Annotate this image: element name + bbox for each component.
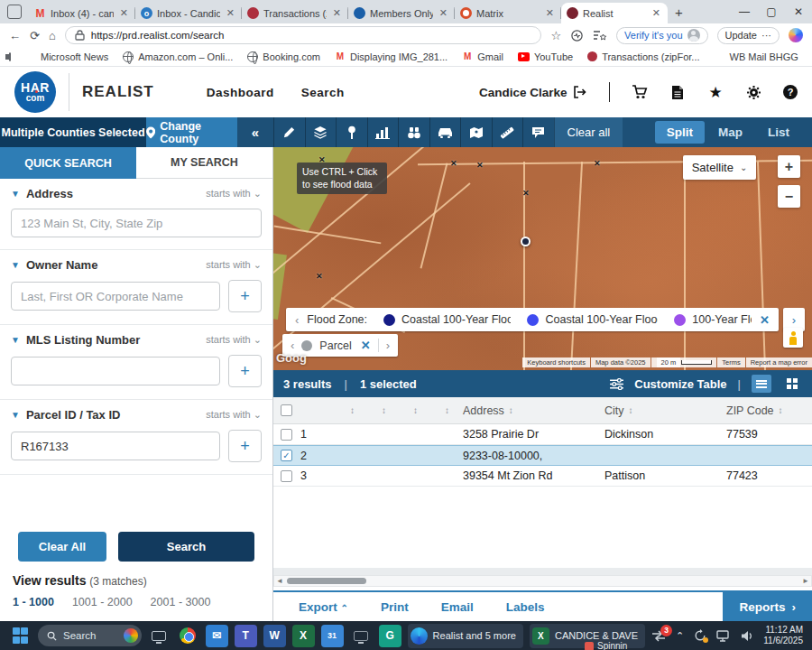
sort-column[interactable]: ↕ [337, 405, 368, 415]
refresh-icon[interactable]: ⟳ [30, 29, 40, 42]
owner-name-input[interactable] [11, 282, 220, 311]
cart-icon[interactable] [632, 84, 648, 100]
taskbar-search[interactable]: Search [38, 625, 142, 646]
back-icon[interactable]: ← [9, 29, 21, 42]
customize-sliders-icon[interactable] [610, 378, 623, 390]
drive-time-tool-icon[interactable] [429, 117, 461, 147]
ruler-tool-icon[interactable] [492, 117, 523, 147]
row-checkbox-checked[interactable]: ✓ [281, 450, 292, 461]
window-minimize-button[interactable]: — [731, 5, 758, 18]
view-map-button[interactable]: Map [706, 121, 754, 144]
logout-icon[interactable] [573, 86, 587, 98]
taskbar-teams-icon[interactable]: T [235, 625, 257, 647]
page-range-2[interactable]: 1001 - 2000 [72, 596, 133, 608]
tray-app-icon[interactable]: 3 [651, 630, 666, 642]
pegman-icon[interactable] [783, 328, 803, 348]
row-checkbox[interactable] [281, 429, 292, 441]
bookmark-item[interactable]: Booking.com [247, 51, 320, 62]
operator-dropdown[interactable]: starts with ⌄ [206, 188, 262, 200]
browser-essentials-icon[interactable] [570, 29, 584, 42]
more-menu-icon[interactable]: ··· [761, 30, 771, 41]
parcel-next-icon[interactable]: › [386, 339, 390, 352]
browser-tab[interactable]: Matrix ✕ [455, 3, 561, 23]
browser-tab-active[interactable]: Realist ✕ [561, 3, 668, 23]
legend-close-icon[interactable]: ✕ [760, 313, 770, 327]
print-button[interactable]: Print [381, 600, 409, 614]
sidebar-panel-icon[interactable] [9, 52, 11, 61]
zoom-in-button[interactable]: + [778, 155, 800, 178]
start-button[interactable] [9, 625, 32, 647]
taskbar-goto-icon[interactable]: G [379, 625, 401, 647]
tab-close-icon[interactable]: ✕ [118, 7, 130, 19]
tab-close-icon[interactable]: ✕ [544, 7, 556, 19]
scroll-right-icon[interactable]: ► [800, 577, 811, 585]
pin-tool-icon[interactable] [336, 117, 367, 147]
bookmark-item[interactable]: Microsoft News [25, 51, 108, 62]
document-icon[interactable] [669, 84, 686, 100]
nav-dashboard[interactable]: Dashboard [207, 86, 274, 99]
grid-view-icon[interactable] [782, 375, 802, 393]
favorites-bar-icon[interactable] [593, 29, 607, 42]
add-criteria-button[interactable]: + [228, 355, 262, 387]
sort-column[interactable]: ↕ [400, 405, 431, 415]
tab-close-icon[interactable]: ✕ [438, 7, 449, 19]
taskbar-calendar-icon[interactable]: 31 [321, 625, 344, 647]
browser-tab[interactable]: o Inbox - Candice Cla ✕ [135, 3, 242, 23]
scroll-left-icon[interactable]: ◄ [274, 577, 285, 585]
row-checkbox[interactable] [281, 470, 292, 482]
chevron-down-icon[interactable]: ▼ [11, 335, 20, 345]
tray-network-icon[interactable] [716, 630, 731, 642]
window-close-button[interactable]: ✕ [785, 5, 812, 18]
taskbar-clock[interactable]: 11:12 AM 11/6/2025 [763, 625, 803, 647]
layers-tool-icon[interactable] [305, 117, 337, 147]
satellite-dropdown[interactable]: Satellite ⌄ [683, 155, 756, 180]
search-button[interactable]: Search [118, 532, 254, 562]
copilot-icon[interactable] [789, 28, 803, 42]
operator-dropdown[interactable]: starts with ⌄ [206, 409, 262, 421]
keyboard-shortcuts-link[interactable]: Keyboard shortcuts [522, 358, 590, 367]
taskbar-laptop-icon[interactable] [350, 625, 373, 647]
home-icon[interactable]: ⌂ [49, 29, 56, 42]
horizontal-scrollbar[interactable]: ◄ ► [273, 575, 812, 587]
taskbar-mail-icon[interactable]: ✉ [206, 625, 228, 647]
view-split-button[interactable]: Split [655, 121, 705, 144]
tab-close-icon[interactable]: ✕ [651, 7, 662, 19]
help-icon[interactable]: ? [783, 85, 798, 99]
user-menu[interactable]: Candice Clarke [479, 86, 587, 99]
clear-all-button[interactable]: Clear all [554, 117, 623, 147]
select-all-checkbox[interactable] [281, 404, 292, 416]
column-zip[interactable]: ZIP Code↕ [726, 404, 812, 417]
tab-quick-search[interactable]: QUICK SEARCH [0, 147, 136, 179]
report-error-link[interactable]: Report a map error [746, 358, 812, 367]
property-marker[interactable] [521, 237, 531, 246]
clear-all-button[interactable]: Clear All [18, 532, 106, 562]
chart-tool-icon[interactable] [367, 117, 399, 147]
legend-prev-icon[interactable]: ‹ [295, 313, 299, 327]
new-tab-button[interactable]: + [675, 5, 683, 20]
tray-chevron-up-icon[interactable]: ⌃ [676, 630, 684, 642]
parcel-prev-icon[interactable]: ‹ [291, 339, 294, 352]
bookmark-item[interactable]: Transactions (zipFor... [587, 51, 699, 62]
sort-column[interactable]: ↕ [368, 405, 400, 415]
taskbar-monitor-icon[interactable] [148, 625, 171, 647]
sort-column[interactable]: ↕ [431, 405, 463, 415]
taskbar-excel-icon[interactable]: X [292, 625, 315, 647]
bookmark-item[interactable]: MGmail [462, 51, 503, 62]
labels-button[interactable]: Labels [506, 600, 545, 614]
bookmark-item[interactable]: MDisplaying IMG_281... [335, 51, 448, 62]
operator-dropdown[interactable]: starts with ⌄ [206, 334, 262, 346]
browser-tab[interactable]: Transactions (zipFor ✕ [242, 3, 348, 23]
nav-search[interactable]: Search [301, 86, 345, 99]
reports-button[interactable]: Reports› [723, 591, 812, 622]
add-criteria-button[interactable]: + [228, 430, 262, 462]
collapse-sidebar-icon[interactable]: « [237, 117, 273, 147]
tab-search-icon[interactable] [7, 5, 22, 19]
browser-tab[interactable]: M Inbox (4) - candicew ✕ [29, 3, 135, 23]
url-input[interactable]: https://prd.realist.com/search [65, 26, 542, 44]
chevron-down-icon[interactable]: ▼ [11, 189, 20, 199]
taskbar-word-icon[interactable]: W [263, 625, 286, 647]
settings-gear-icon[interactable] [745, 84, 761, 100]
export-button[interactable]: Export ⌃ [299, 600, 348, 614]
bookmark-item[interactable]: YouTube [518, 51, 573, 62]
tab-close-icon[interactable]: ✕ [331, 7, 343, 19]
